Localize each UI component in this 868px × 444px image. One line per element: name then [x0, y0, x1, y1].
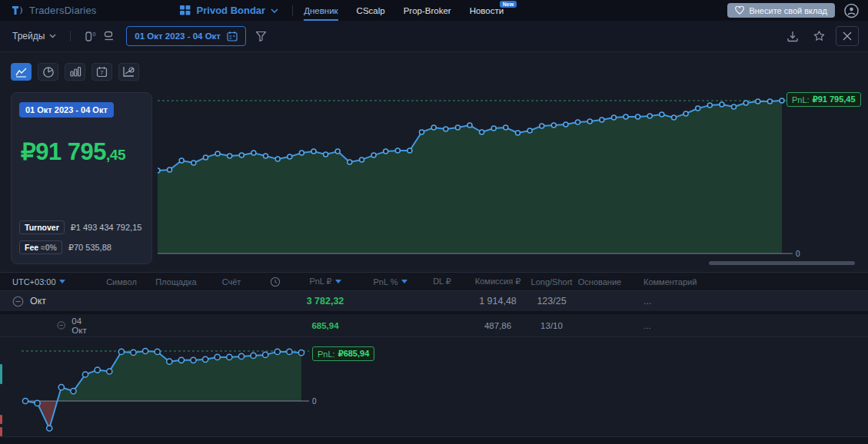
table-cell: 123/25 [530, 296, 573, 306]
calendar-icon [227, 31, 238, 41]
workspace-name: Privod Bondar [197, 5, 266, 16]
left-scroll-indicator-teal [0, 364, 2, 384]
sort-caret-icon [335, 280, 341, 283]
chevron-down-icon [271, 8, 278, 13]
col-time[interactable] [261, 277, 289, 287]
tab-pie-chart[interactable] [38, 63, 58, 81]
timezone-select[interactable]: UTC+03:00 [0, 277, 92, 287]
contribute-button[interactable]: Внесите свой вклад [727, 3, 835, 18]
trades-view-select[interactable]: Трейды [12, 31, 56, 41]
trades-table-header: UTC+03:00 Символ Площадка Счёт PnL ₽ PnL… [0, 272, 868, 291]
left-scroll-indicator-red [0, 415, 2, 424]
fee-value: ₽70 535,88 [68, 243, 111, 253]
tab-calendar-report[interactable]: 7 [91, 63, 112, 81]
traders-diaries-app: TradersDiaries Privod Bondar Дневник CSc… [0, 0, 868, 444]
fee-row: Fee ≈0% ₽70 535,88 [19, 240, 111, 254]
sort-caret-icon [59, 280, 65, 283]
positions-count-icon[interactable]: 0 [81, 27, 100, 45]
table-cell: 3 782,32 [289, 296, 361, 306]
calendar-7-icon: 7 [96, 66, 108, 78]
day-pnl-label: PnL:₽685,94 [312, 346, 374, 361]
tab-scatter-chart[interactable] [118, 63, 139, 81]
card-date-chip[interactable]: 01 Окт 2023 - 04 Окт [19, 102, 114, 118]
col-symbol[interactable]: Символ [92, 277, 151, 287]
col-comment[interactable]: Комментарий [627, 277, 868, 287]
main-tabs: Дневник CScalp Prop-Broker Новости New [304, 0, 504, 21]
filter-icon[interactable] [252, 27, 271, 45]
journal-toolbar: Трейды 0 01 Окт 2023 - 04 Окт [0, 21, 868, 52]
pnl-summary-card: 01 Окт 2023 - 04 Окт ₽91 795,45 Turnover… [11, 92, 152, 264]
line-chart-icon [15, 67, 28, 78]
toolbar-right [783, 26, 859, 46]
table-body: Окт3 782,321 914,48123/25...04 Окт685,94… [0, 291, 868, 337]
workspace-grid-icon [180, 5, 191, 15]
workspace-selector[interactable]: Privod Bondar [180, 5, 279, 16]
favorite-star-icon[interactable] [810, 27, 828, 45]
new-badge: New [500, 1, 517, 8]
clock-icon [270, 277, 281, 287]
svg-text:7: 7 [101, 70, 104, 75]
table-cell: 487,86 [465, 321, 530, 330]
tab-cscalp[interactable]: CScalp [357, 0, 385, 21]
close-button[interactable] [836, 26, 859, 46]
date-range-button[interactable]: 01 Окт 2023 - 04 Окт [126, 26, 246, 46]
col-long-short[interactable]: Long/Short [530, 277, 573, 287]
list-view-icon[interactable] [100, 27, 118, 45]
topbar-right: Внесите свой вклад [727, 3, 859, 18]
tab-prop-broker[interactable]: Prop-Broker [404, 0, 451, 21]
pie-chart-icon [42, 66, 55, 78]
table-cell: 1 914,48 [465, 296, 530, 306]
col-exchange[interactable]: Площадка [151, 277, 201, 287]
app-logo[interactable]: TradersDiaries [11, 4, 97, 17]
col-pnl-pct[interactable]: PnL % [361, 277, 419, 287]
bottom-strip [0, 436, 868, 444]
download-icon[interactable] [783, 27, 802, 45]
table-cell: Окт [0, 296, 92, 307]
user-avatar[interactable] [844, 3, 859, 18]
collapse-minus-icon[interactable] [12, 296, 24, 307]
table-cell: 685,94 [289, 321, 361, 330]
topbar-divider [292, 5, 293, 16]
svg-text:0: 0 [312, 397, 317, 406]
table-row[interactable]: 04 Окт685,94487,8613/10... [0, 314, 868, 337]
main-pnl-label: PnL:₽91 795,45 [787, 92, 861, 107]
tab-bar-chart[interactable] [65, 63, 85, 81]
col-dl-rub[interactable]: DL ₽ [419, 277, 465, 287]
col-reason[interactable]: Основание [573, 277, 627, 287]
left-scroll-indicator-red [0, 427, 2, 436]
chevron-down-icon [49, 34, 56, 38]
turnover-row: Turnover ₽1 493 434 792,15 [19, 220, 141, 234]
table-cell: 13/10 [530, 321, 573, 330]
toolbar-divider [70, 31, 71, 41]
col-pnl-rub[interactable]: PnL ₽ [289, 277, 361, 287]
svg-text:0: 0 [93, 31, 96, 37]
top-navigation-bar: TradersDiaries Privod Bondar Дневник CSc… [0, 0, 868, 21]
scatter-axis-icon [122, 66, 135, 78]
bar-chart-icon [69, 66, 81, 78]
table-cell: 04 Окт [0, 316, 92, 335]
table-cell: ... [627, 296, 868, 306]
heart-icon [735, 6, 744, 15]
tab-diary[interactable]: Дневник [304, 0, 338, 21]
user-icon [844, 3, 859, 18]
sort-caret-icon [401, 280, 407, 283]
chart-type-tabs: 7 [11, 63, 139, 81]
close-icon [843, 31, 852, 41]
tab-line-chart[interactable] [11, 63, 32, 81]
collapse-minus-icon[interactable] [57, 320, 65, 331]
main-pnl-chart[interactable]: 0 [158, 88, 803, 262]
brand-name: TradersDiaries [29, 5, 97, 16]
table-row[interactable]: Окт3 782,321 914,48123/25... [0, 291, 868, 314]
horizontal-scrollbar[interactable] [709, 261, 855, 265]
tab-news[interactable]: Новости New [470, 0, 504, 21]
total-pnl-amount: ₽91 795,45 [21, 138, 125, 166]
turnover-label: Turnover [19, 220, 65, 234]
turnover-value: ₽1 493 434 792,15 [71, 223, 142, 233]
svg-text:0: 0 [796, 250, 800, 258]
brand-logo-icon [11, 4, 24, 17]
fee-label: Fee ≈0% [19, 240, 62, 254]
col-account[interactable]: Счёт [201, 277, 261, 287]
table-cell: ... [627, 321, 868, 330]
col-fee[interactable]: Комиссия ₽ [465, 277, 530, 287]
